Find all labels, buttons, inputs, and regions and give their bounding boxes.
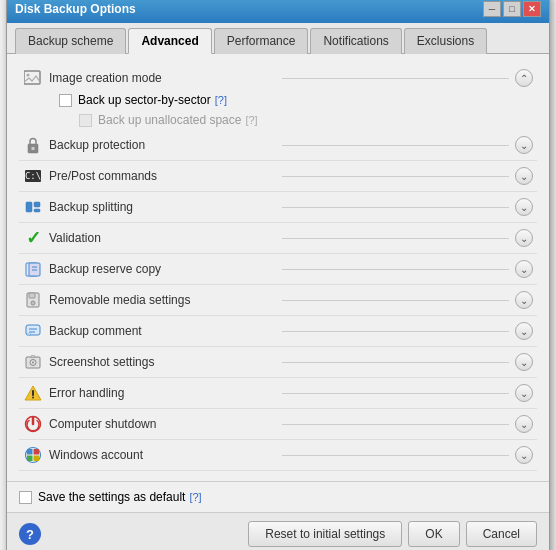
close-button[interactable]: ✕ (523, 1, 541, 17)
svg-rect-29 (34, 449, 40, 455)
section-validation: ✓ Validation ⌄ (19, 223, 537, 254)
split-icon (23, 197, 43, 217)
removable-media-expand[interactable]: ⌄ (515, 291, 533, 309)
image-creation-divider (282, 78, 509, 79)
tab-bar: Backup scheme Advanced Performance Notif… (7, 23, 549, 54)
image-creation-section: Image creation mode ⌃ (19, 64, 537, 90)
save-defaults-section: Save the settings as default [?] (7, 481, 549, 512)
section-backup-comment: Backup comment ⌄ (19, 316, 537, 347)
svg-rect-6 (34, 209, 40, 212)
svg-rect-21 (31, 356, 35, 358)
svg-rect-30 (27, 456, 33, 462)
sector-by-sector-label: Back up sector-by-sector (78, 93, 211, 107)
windows-account-expand[interactable]: ⌄ (515, 446, 533, 464)
cancel-button[interactable]: Cancel (466, 521, 537, 547)
reserve-copy-icon (23, 259, 43, 279)
svg-rect-28 (27, 449, 33, 455)
section-pre-post: C:\ Pre/Post commands ⌄ (19, 161, 537, 192)
ok-button[interactable]: OK (408, 521, 459, 547)
svg-point-24 (32, 397, 34, 399)
backup-protection-label: Backup protection (49, 138, 276, 152)
svg-point-20 (32, 362, 34, 364)
save-defaults-checkbox[interactable] (19, 491, 32, 504)
error-handling-label: Error handling (49, 386, 276, 400)
validation-label: Validation (49, 231, 276, 245)
svg-rect-15 (26, 325, 40, 335)
unallocated-checkbox[interactable] (79, 114, 92, 127)
reset-button[interactable]: Reset to initial settings (248, 521, 402, 547)
computer-shutdown-expand[interactable]: ⌄ (515, 415, 533, 433)
screenshot-label: Screenshot settings (49, 355, 276, 369)
error-icon (23, 383, 43, 403)
pre-post-expand[interactable]: ⌄ (515, 167, 533, 185)
unallocated-label: Back up unallocated space (98, 113, 241, 127)
help-icon[interactable]: ? (19, 523, 41, 545)
backup-comment-expand[interactable]: ⌄ (515, 322, 533, 340)
section-backup-splitting: Backup splitting ⌄ (19, 192, 537, 223)
windows-account-icon (23, 445, 43, 465)
unallocated-space-row: Back up unallocated space [?] (19, 110, 537, 130)
tab-backup-scheme[interactable]: Backup scheme (15, 28, 126, 54)
svg-rect-3 (32, 147, 35, 150)
tab-notifications[interactable]: Notifications (310, 28, 401, 54)
reserve-copy-expand[interactable]: ⌄ (515, 260, 533, 278)
section-screenshot: Screenshot settings ⌄ (19, 347, 537, 378)
shutdown-icon (23, 414, 43, 434)
image-creation-expand[interactable]: ⌃ (515, 69, 533, 87)
lock-icon (23, 135, 43, 155)
section-error-handling: Error handling ⌄ (19, 378, 537, 409)
svg-point-14 (32, 302, 33, 303)
comment-icon (23, 321, 43, 341)
pre-post-label: Pre/Post commands (49, 169, 276, 183)
checkmark-icon: ✓ (23, 228, 43, 248)
image-creation-icon (23, 68, 43, 88)
section-backup-protection: Backup protection ⌄ (19, 130, 537, 161)
error-handling-expand[interactable]: ⌄ (515, 384, 533, 402)
tab-exclusions[interactable]: Exclusions (404, 28, 487, 54)
footer-left: ? (19, 523, 242, 545)
svg-rect-12 (29, 293, 35, 298)
windows-account-label: Windows account (49, 448, 276, 462)
unallocated-help: [?] (245, 114, 257, 126)
title-bar-buttons: ─ □ ✕ (483, 1, 541, 17)
cmd-icon: C:\ (23, 166, 43, 186)
backup-comment-label: Backup comment (49, 324, 276, 338)
save-defaults-label: Save the settings as default (38, 490, 185, 504)
image-creation-title: Image creation mode (49, 71, 276, 85)
minimize-button[interactable]: ─ (483, 1, 501, 17)
image-icon (24, 70, 42, 86)
removable-media-icon (23, 290, 43, 310)
section-reserve-copy: Backup reserve copy ⌄ (19, 254, 537, 285)
main-window: Disk Backup Options ─ □ ✕ Backup scheme … (6, 0, 550, 550)
sector-by-sector-help[interactable]: [?] (215, 94, 227, 106)
svg-point-1 (27, 74, 30, 77)
section-windows-account: Windows account ⌄ (19, 440, 537, 471)
splitting-expand[interactable]: ⌄ (515, 198, 533, 216)
splitting-label: Backup splitting (49, 200, 276, 214)
title-bar: Disk Backup Options ─ □ ✕ (7, 0, 549, 23)
divider (282, 145, 509, 146)
maximize-button[interactable]: □ (503, 1, 521, 17)
section-removable-media: Removable media settings ⌄ (19, 285, 537, 316)
backup-protection-expand[interactable]: ⌄ (515, 136, 533, 154)
validation-expand[interactable]: ⌄ (515, 229, 533, 247)
reserve-copy-label: Backup reserve copy (49, 262, 276, 276)
tab-content: Image creation mode ⌃ Back up sector-by-… (7, 54, 549, 481)
screenshot-expand[interactable]: ⌄ (515, 353, 533, 371)
window-title: Disk Backup Options (15, 2, 136, 16)
footer: ? Reset to initial settings OK Cancel (7, 512, 549, 550)
sector-by-sector-checkbox[interactable] (59, 94, 72, 107)
svg-rect-5 (34, 202, 40, 207)
sector-by-sector-row: Back up sector-by-sector [?] (19, 90, 537, 110)
section-computer-shutdown: Computer shutdown ⌄ (19, 409, 537, 440)
svg-rect-4 (26, 202, 32, 212)
removable-media-label: Removable media settings (49, 293, 276, 307)
tab-performance[interactable]: Performance (214, 28, 309, 54)
save-defaults-help[interactable]: [?] (189, 491, 201, 503)
screenshot-icon (23, 352, 43, 372)
save-defaults-row: Save the settings as default [?] (19, 490, 537, 504)
svg-rect-31 (34, 456, 40, 462)
computer-shutdown-label: Computer shutdown (49, 417, 276, 431)
tab-advanced[interactable]: Advanced (128, 28, 211, 54)
